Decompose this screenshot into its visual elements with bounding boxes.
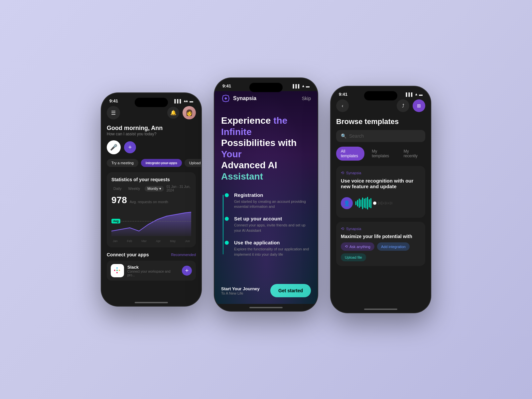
left-header: ☰ 🔔 👩 bbox=[107, 106, 196, 119]
stats-card: Statistics of your requests Daily Weekly… bbox=[107, 172, 196, 247]
menu-button[interactable]: ☰ bbox=[107, 106, 120, 119]
app-item-slack: Slack Connect your workspace and pro... … bbox=[107, 261, 196, 281]
footer-subtitle: To A New Life bbox=[221, 291, 260, 295]
ask-label: Ask anything bbox=[349, 245, 370, 249]
tab-all-templates[interactable]: All templates bbox=[336, 147, 364, 161]
signal-icon-right: ▌▌▌ bbox=[406, 92, 414, 96]
tab-monthly-label: Montly bbox=[147, 187, 158, 191]
step-2: Set up your account Connect your apps, i… bbox=[226, 216, 311, 233]
center-header: Synapsia Skip bbox=[214, 91, 318, 108]
signal-icon-left: ▌▌▌ bbox=[175, 99, 182, 103]
waveform bbox=[355, 197, 421, 210]
avatar[interactable]: 👩 bbox=[183, 106, 196, 119]
battery-icon-left: ▬ bbox=[190, 99, 193, 103]
center-phone: 9:41 ▌▌▌ ▴ ▬ Synapsia bbox=[214, 78, 318, 311]
wave-bar bbox=[367, 197, 368, 209]
wave-bar bbox=[369, 199, 370, 207]
greeting-name: Good morning, Ann bbox=[107, 125, 196, 132]
stats-avg-label: Avg. requests on month bbox=[130, 200, 168, 204]
home-indicator-left bbox=[135, 302, 168, 303]
step-desc-1: Get started by creating an account provi… bbox=[234, 199, 311, 209]
step-dot-1 bbox=[225, 193, 229, 197]
get-started-button[interactable]: Get started bbox=[270, 284, 311, 297]
avg-line bbox=[111, 221, 191, 221]
wave-bar bbox=[357, 200, 358, 206]
chevron-down-icon: ▾ bbox=[159, 187, 161, 191]
wave-bar bbox=[381, 201, 382, 205]
app-name: Slack bbox=[127, 265, 179, 270]
tab-my-recently[interactable]: My recently bbox=[399, 147, 425, 161]
step-desc-3: Explore the functionality of our applica… bbox=[234, 247, 311, 257]
steps-list: Registration Get started by creating an … bbox=[221, 192, 311, 257]
plus-icon: + bbox=[128, 144, 132, 151]
time-left: 9:41 bbox=[109, 98, 118, 103]
slack-icon bbox=[111, 264, 124, 277]
back-button[interactable]: ‹ bbox=[336, 99, 349, 112]
ask-anything-pill[interactable]: ⟲ Ask anything bbox=[341, 242, 374, 251]
voice-avatar: 👤 bbox=[341, 197, 353, 209]
label-jun: Jun bbox=[185, 239, 190, 243]
svg-rect-0 bbox=[114, 270, 115, 271]
wave-bar bbox=[378, 201, 379, 205]
greeting-section: Good morning, Ann How can I assist you t… bbox=[107, 125, 196, 136]
wave-bar bbox=[386, 202, 387, 204]
search-icon: 🔍 bbox=[341, 133, 346, 139]
footer-title: Start Your Journey bbox=[221, 286, 260, 291]
grid-button[interactable]: ⊞ bbox=[413, 99, 425, 112]
hero-title: Experience the Infinite Possibilities wi… bbox=[221, 115, 311, 182]
chart-labels: Jan Feb Mar Apr May Jun bbox=[111, 239, 191, 243]
chart-svg bbox=[111, 209, 191, 236]
connect-recommended: Recommended bbox=[171, 253, 196, 257]
connect-section: Connect your apps Recommended bbox=[107, 252, 196, 283]
wifi-icon-left: ▴▴ bbox=[184, 99, 188, 103]
add-app-button[interactable]: + bbox=[182, 266, 192, 276]
step-title-1: Registration bbox=[234, 192, 311, 198]
tab-monthly[interactable]: Montly ▾ bbox=[145, 186, 164, 192]
voice-visualization: 👤 bbox=[341, 193, 421, 213]
mic-button[interactable]: 🎤 bbox=[107, 140, 121, 154]
integrate-pill[interactable]: Integrate your apps bbox=[141, 159, 182, 167]
tab-weekly[interactable]: Weekly bbox=[126, 186, 142, 191]
skip-button[interactable]: Skip bbox=[302, 96, 311, 101]
center-content: Synapsia Skip Experience the Infinite Po… bbox=[214, 91, 318, 304]
dynamic-island-right bbox=[364, 91, 397, 100]
wave-bar bbox=[383, 202, 384, 204]
time-center: 9:41 bbox=[222, 83, 231, 88]
upload-label: Upload file bbox=[345, 255, 362, 259]
add-button[interactable]: + bbox=[124, 141, 136, 153]
dynamic-island-left bbox=[135, 98, 168, 107]
right-content: ‹ ⤴ ⊞ Browse templates 🔍 Search All temp… bbox=[331, 99, 431, 266]
notification-button[interactable]: 🔔 bbox=[167, 107, 179, 119]
label-jan: Jan bbox=[113, 239, 118, 243]
hero-text-teal: Assistant bbox=[221, 171, 263, 182]
card2-title: Maximize your life potential with bbox=[341, 234, 421, 239]
connect-title: Connect your apps bbox=[107, 252, 149, 257]
share-button[interactable]: ⤴ bbox=[397, 99, 409, 112]
brand-icon-2: ⟲ bbox=[341, 226, 344, 231]
meeting-pill[interactable]: Try a meeting bbox=[107, 159, 138, 167]
wifi-icon-right: ▴ bbox=[415, 92, 417, 96]
app-desc: Connect your workspace and pro... bbox=[127, 270, 179, 277]
person-icon: 👤 bbox=[343, 200, 350, 206]
wave-bar bbox=[390, 201, 391, 205]
search-bar[interactable]: 🔍 Search bbox=[336, 130, 425, 142]
tab-daily[interactable]: Daily bbox=[111, 186, 123, 191]
center-footer: Start Your Journey To A New Life Get sta… bbox=[214, 284, 318, 297]
menu-icon: ☰ bbox=[111, 110, 116, 116]
right-phone: 9:41 ▌▌▌ ▴ ▬ ‹ ⤴ ⊞ bbox=[331, 86, 431, 313]
step-dot-2 bbox=[225, 217, 229, 221]
hero-text-purple2: Your bbox=[221, 149, 242, 159]
wave-bar bbox=[355, 201, 356, 205]
step-1: Registration Get started by creating an … bbox=[226, 192, 311, 209]
browse-title: Browse templates bbox=[336, 117, 425, 126]
tab-my-templates[interactable]: My templates bbox=[367, 147, 396, 161]
wave-bar bbox=[370, 198, 371, 208]
wave-dot bbox=[373, 201, 376, 205]
label-mar: Mar bbox=[141, 239, 147, 243]
brand-name-2: Synapsia bbox=[346, 227, 361, 231]
add-integration-pill[interactable]: Add integration bbox=[377, 242, 410, 251]
mic-icon: 🎤 bbox=[110, 144, 117, 151]
upload-pill[interactable]: Upload bbox=[185, 159, 201, 167]
label-may: May bbox=[170, 239, 176, 243]
upload-file-pill[interactable]: Upload file bbox=[341, 253, 366, 261]
